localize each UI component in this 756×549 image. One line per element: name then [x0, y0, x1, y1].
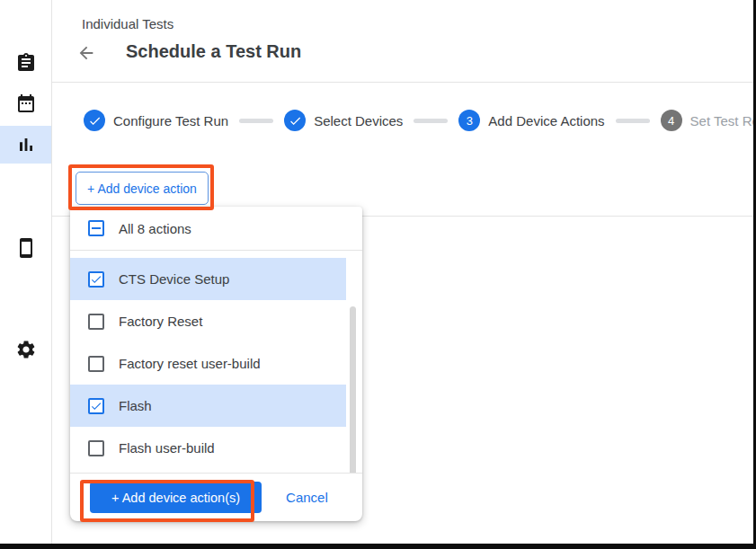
sidebar-item-test-suites[interactable]: [0, 44, 51, 82]
sidebar: [0, 0, 52, 544]
step-label: Set Test Resources: [690, 113, 756, 128]
step-number-badge: 3: [458, 110, 480, 131]
list-item-flash-user-build[interactable]: Flash user-build: [70, 427, 346, 469]
step-set-test-resources[interactable]: 4 Set Test Resources: [661, 110, 756, 131]
smartphone-icon: [15, 237, 37, 259]
select-all-row[interactable]: All 8 actions: [70, 207, 362, 250]
step-connector: [239, 119, 273, 123]
option-label: Flash user-build: [119, 440, 215, 456]
sidebar-item-test-results[interactable]: [0, 126, 51, 164]
breadcrumb: Individual Tests: [82, 16, 173, 31]
page-title: Schedule a Test Run: [126, 41, 301, 62]
back-button[interactable]: [76, 43, 96, 63]
sidebar-item-devices[interactable]: [0, 229, 51, 267]
list-item-factory-reset[interactable]: Factory Reset: [70, 300, 346, 342]
dropdown-footer: + Add device action(s) Cancel: [70, 474, 362, 521]
cancel-link[interactable]: Cancel: [286, 490, 328, 505]
device-action-list: CTS Device Setup Factory Reset Factory r…: [70, 251, 362, 473]
step-select-devices[interactable]: Select Devices: [284, 110, 403, 131]
step-label: Configure Test Run: [113, 113, 228, 128]
indeterminate-checkbox[interactable]: [88, 220, 104, 236]
clipboard-icon: [15, 52, 37, 74]
checked-checkbox[interactable]: [88, 271, 104, 288]
sidebar-item-settings[interactable]: [0, 331, 51, 368]
unchecked-checkbox[interactable]: [88, 440, 104, 456]
stepper: Configure Test Run Select Devices 3 Add …: [84, 110, 756, 131]
bar-chart-icon: [15, 134, 37, 155]
step-connector: [414, 119, 448, 123]
gear-icon: [15, 339, 37, 360]
indeterminate-dash-icon: [92, 227, 101, 229]
scrollbar-thumb[interactable]: [350, 306, 356, 473]
step-add-device-actions[interactable]: 3 Add Device Actions: [458, 110, 604, 131]
checked-checkbox[interactable]: [88, 398, 104, 414]
step-label: Add Device Actions: [488, 113, 604, 128]
app-window: Individual Tests Schedule a Test Run Con…: [0, 0, 756, 549]
step-number-badge: 4: [661, 110, 682, 131]
check-icon: [84, 110, 105, 131]
add-device-action-button[interactable]: + Add device action: [76, 172, 209, 205]
checkmark-icon: [90, 273, 102, 286]
unchecked-checkbox[interactable]: [88, 356, 104, 372]
check-icon: [284, 110, 306, 131]
option-label: Factory Reset: [119, 314, 202, 329]
checkmark-icon: [90, 400, 102, 412]
option-label: Flash: [119, 398, 152, 413]
calendar-icon: [15, 93, 37, 114]
device-actions-dropdown: All 8 actions CTS Device Setup Factory R…: [70, 207, 362, 521]
unchecked-checkbox[interactable]: [88, 314, 104, 330]
sidebar-item-test-plans[interactable]: [0, 84, 51, 122]
select-all-label: All 8 actions: [119, 221, 191, 236]
step-label: Select Devices: [314, 113, 403, 128]
arrow-back-icon: [76, 43, 96, 63]
header-divider: [52, 82, 753, 83]
confirm-add-device-actions-button[interactable]: + Add device action(s): [90, 482, 262, 513]
option-label: CTS Device Setup: [119, 271, 229, 287]
list-item-cts-device-setup[interactable]: CTS Device Setup: [70, 258, 346, 300]
list-item-factory-reset-user-build[interactable]: Factory reset user-build: [70, 342, 346, 385]
step-connector: [616, 119, 650, 123]
option-label: Factory reset user-build: [119, 356, 261, 371]
step-configure-test-run[interactable]: Configure Test Run: [84, 110, 228, 131]
list-item-flash[interactable]: Flash: [70, 385, 346, 427]
